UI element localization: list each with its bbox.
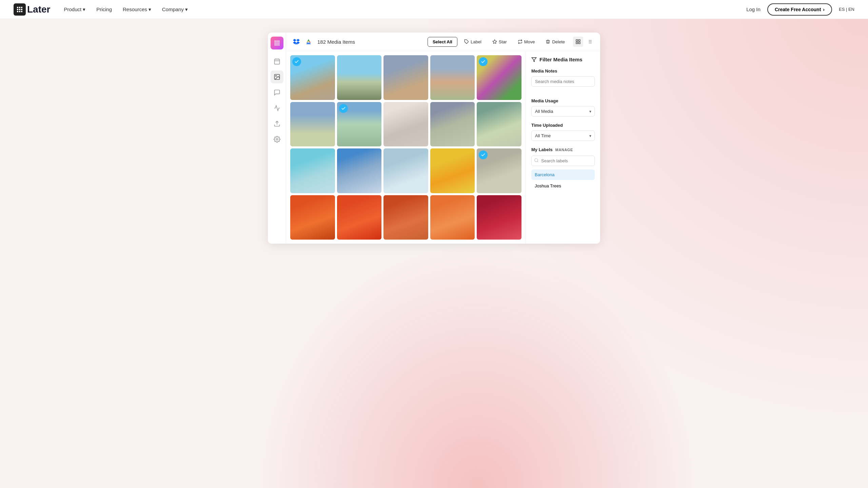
logo[interactable]: Later: [14, 3, 50, 16]
nav-pricing[interactable]: Pricing: [96, 6, 112, 13]
nav-links: Product ▾ Pricing Resources ▾ Company ▾: [64, 6, 746, 13]
media-usage-select-wrapper: All Media Used Unused: [531, 106, 595, 117]
arrow-right-icon: ›: [823, 7, 825, 12]
move-button[interactable]: Move: [514, 37, 539, 46]
media-usage-select[interactable]: All Media Used Unused: [531, 106, 595, 117]
sidebar: [268, 33, 286, 244]
filter-panel: Filter Media Items Media Notes Media Usa…: [526, 51, 600, 244]
media-item[interactable]: [430, 148, 475, 193]
navigation: Later Product ▾ Pricing Resources ▾ Comp…: [0, 0, 868, 19]
content-area: 182 Media Items Select All Label Star Mo…: [286, 33, 600, 244]
media-item[interactable]: [430, 195, 475, 240]
select-all-button[interactable]: Select All: [428, 37, 457, 47]
media-thumbnail: [337, 55, 382, 100]
media-item[interactable]: [337, 55, 382, 100]
media-thumbnail: [430, 55, 475, 100]
media-notes-input[interactable]: [531, 76, 595, 87]
chevron-down-icon: ▾: [149, 6, 151, 13]
label-icon: [464, 39, 469, 44]
media-usage-label: Media Usage: [531, 98, 595, 103]
media-thumbnail: [290, 148, 335, 193]
delete-button[interactable]: Delete: [541, 37, 569, 46]
media-item[interactable]: [383, 195, 428, 240]
filter-panel-header: Filter Media Items: [531, 57, 595, 62]
main-layout: Filter Media Items Media Notes Media Usa…: [286, 51, 600, 244]
delete-icon: [546, 39, 550, 44]
svg-rect-10: [576, 40, 578, 41]
toolbar-actions: Select All Label Star Move: [428, 37, 569, 47]
media-thumbnail: [383, 102, 428, 147]
media-item[interactable]: [383, 55, 428, 100]
time-uploaded-select-wrapper: All Time Today This Week This Month: [531, 130, 595, 141]
media-thumbnail: [430, 195, 475, 240]
svg-marker-20: [532, 58, 536, 62]
selected-badge: [339, 104, 348, 113]
svg-point-21: [535, 158, 538, 161]
sidebar-item-media[interactable]: [271, 70, 283, 83]
nav-company[interactable]: Company ▾: [162, 6, 188, 13]
svg-rect-12: [576, 42, 578, 44]
media-thumbnail: [430, 102, 475, 147]
media-grid-container: [286, 51, 526, 244]
media-item[interactable]: [430, 55, 475, 100]
media-item[interactable]: [290, 55, 335, 100]
media-item[interactable]: [477, 55, 521, 100]
move-icon: [518, 39, 522, 44]
media-item[interactable]: [337, 102, 382, 147]
sidebar-item-analytics[interactable]: [271, 102, 283, 115]
google-drive-icon[interactable]: [304, 38, 313, 45]
media-item[interactable]: [477, 102, 521, 147]
create-account-button[interactable]: Create Free Account ›: [767, 3, 832, 16]
sidebar-item-posts[interactable]: [271, 86, 283, 99]
media-item[interactable]: [430, 102, 475, 147]
logo-icon: [14, 3, 26, 16]
nav-product[interactable]: Product ▾: [64, 6, 85, 13]
media-thumbnail: [383, 195, 428, 240]
sidebar-item-settings[interactable]: [271, 133, 283, 146]
label-button[interactable]: Label: [460, 37, 486, 46]
media-notes-label: Media Notes: [531, 68, 595, 74]
svg-point-7: [276, 139, 278, 140]
label-item-barcelona[interactable]: Barcelona: [531, 169, 595, 180]
media-item[interactable]: [290, 148, 335, 193]
svg-rect-11: [578, 40, 580, 41]
label-search-input[interactable]: [531, 156, 595, 166]
nav-resources[interactable]: Resources ▾: [123, 6, 151, 13]
media-item[interactable]: [337, 195, 382, 240]
media-item[interactable]: [477, 148, 521, 193]
language-selector[interactable]: ES | EN: [839, 7, 854, 12]
cloud-icons: [292, 38, 313, 45]
media-item[interactable]: [337, 148, 382, 193]
media-thumbnail: [383, 55, 428, 100]
my-labels-section: My Labels MANAGE Barcelona: [531, 147, 595, 191]
list-view-button[interactable]: [585, 37, 595, 47]
sidebar-item-calendar[interactable]: [271, 55, 283, 68]
media-item[interactable]: [290, 102, 335, 147]
media-item[interactable]: [290, 195, 335, 240]
view-toggle: [573, 37, 595, 47]
media-item[interactable]: [383, 148, 428, 193]
star-button[interactable]: Star: [488, 37, 511, 46]
star-icon: [492, 39, 497, 44]
my-labels-header: My Labels MANAGE: [531, 147, 595, 152]
media-thumbnail: [477, 195, 521, 240]
grid-view-button[interactable]: [573, 37, 583, 47]
sidebar-logo: [271, 37, 283, 49]
time-uploaded-label: Time Uploaded: [531, 123, 595, 128]
label-item-joshua-trees[interactable]: Joshua Trees: [531, 181, 595, 191]
login-link[interactable]: Log In: [746, 6, 761, 12]
svg-rect-0: [274, 59, 279, 64]
media-thumbnail: [337, 195, 382, 240]
label-search-wrapper: [531, 156, 595, 166]
svg-rect-13: [578, 42, 580, 44]
selected-badge: [292, 57, 301, 66]
media-thumbnail: [383, 148, 428, 193]
media-item[interactable]: [477, 195, 521, 240]
manage-labels-link[interactable]: MANAGE: [555, 148, 573, 152]
main-container: 182 Media Items Select All Label Star Mo…: [0, 19, 868, 257]
media-item[interactable]: [383, 102, 428, 147]
dropbox-icon[interactable]: [292, 38, 301, 45]
sidebar-item-publish[interactable]: [271, 117, 283, 130]
time-uploaded-select[interactable]: All Time Today This Week This Month: [531, 130, 595, 141]
media-grid: [290, 55, 521, 240]
